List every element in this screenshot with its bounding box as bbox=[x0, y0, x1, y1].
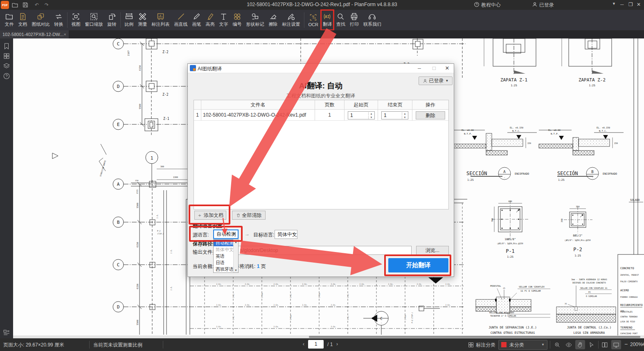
start-page-spinner[interactable]: 1 ▲ ▼ bbox=[348, 111, 375, 119]
start-translate-button[interactable]: 开始翻译 bbox=[388, 258, 448, 272]
restore-button[interactable]: ❐ bbox=[628, 2, 633, 7]
help-icon[interactable] bbox=[3, 72, 10, 80]
minimize-button[interactable]: ─ bbox=[620, 2, 624, 7]
next-page-icon[interactable]: › bbox=[336, 341, 338, 347]
toolbar-pen[interactable]: 画笔 bbox=[190, 10, 203, 30]
dialog-subheading: 工程文档和图纸的专业全文翻译 bbox=[188, 92, 454, 99]
toolbar-document[interactable]: 文档 bbox=[16, 10, 29, 30]
annotation-class-dropdown[interactable]: 未分类 ▼ bbox=[498, 340, 547, 350]
svg-text:TECNOPOR 1" Ó SIMILAR: TECNOPOR 1" Ó SIMILAR bbox=[490, 315, 516, 317]
titlebar-dropdown-icon[interactable]: ▼ bbox=[612, 2, 616, 6]
toolbar-file[interactable]: 文件 bbox=[3, 10, 16, 30]
dropdown-option-zh[interactable]: 简体中文 bbox=[214, 246, 236, 253]
svg-text:700: 700 bbox=[491, 218, 493, 222]
dropdown-scrollbar[interactable]: ▲ ▼ bbox=[233, 240, 238, 272]
svg-text:J.Co.: J.Co. bbox=[290, 314, 292, 320]
dialog-close-icon[interactable]: ✕ bbox=[444, 65, 450, 72]
toolbar-scale[interactable]: 比例 bbox=[123, 10, 136, 30]
svg-text:J.Co.: J.Co. bbox=[216, 304, 222, 306]
dropdown-option-es[interactable]: 西班牙语 bbox=[214, 266, 236, 272]
toolbar-ocr[interactable]: OCR bbox=[306, 10, 320, 30]
output-folder-input[interactable]: s/glodon/Desktop bbox=[223, 246, 412, 255]
spinner-up-icon[interactable]: ▲ bbox=[368, 112, 374, 115]
toolbar-annotation-settings[interactable]: 标注设置 bbox=[280, 10, 302, 30]
scroll-down-icon[interactable]: ▼ bbox=[234, 268, 238, 272]
svg-text:Z-1: Z-1 bbox=[163, 117, 169, 121]
toolbar-drawing-compare[interactable]: 图纸对比 bbox=[30, 10, 52, 30]
tab-bar: 102-58001-4027PXB-12-DW... × bbox=[0, 30, 644, 38]
dialog-maximize-icon[interactable]: ☐ bbox=[431, 65, 437, 72]
arrow-right-icon: → bbox=[245, 231, 250, 237]
scrollbar-thumb[interactable] bbox=[309, 336, 640, 338]
svg-text:N.T.C.: N.T.C. bbox=[599, 130, 607, 132]
toolbar-window-zoom[interactable]: 窗口缩放 bbox=[83, 10, 105, 30]
zoom-out-icon[interactable]: − bbox=[624, 341, 628, 347]
thumbnails-icon[interactable] bbox=[3, 52, 10, 60]
scroll-up-icon[interactable]: ▲ bbox=[234, 240, 238, 244]
svg-text:SELLAR CON SIKAFLEX: SELLAR CON SIKAFLEX bbox=[519, 286, 545, 288]
tutorial-center-button[interactable]: 教程中心 bbox=[474, 2, 501, 9]
svg-text:ZAPATA Z-1: ZAPATA Z-1 bbox=[500, 77, 527, 83]
source-language-dropdown[interactable]: 自动检测 简体中文 英语 日语 西班牙语 ▲ ▼ bbox=[213, 239, 239, 273]
toolbar-annotation-list[interactable]: 标注列表 bbox=[150, 10, 172, 30]
source-language-combo[interactable]: 自动检测▼ bbox=[213, 230, 239, 239]
svg-text:6150: 6150 bbox=[136, 284, 139, 289]
titlebar-login-button[interactable]: 已登录 bbox=[532, 2, 554, 9]
toolbar-translate[interactable]: AI翻译 bbox=[321, 10, 334, 30]
toolbar-highlight[interactable]: 高亮 bbox=[204, 10, 217, 30]
svg-text:150: 150 bbox=[135, 180, 138, 182]
hand-tool-icon[interactable] bbox=[575, 340, 585, 349]
dropdown-option-auto[interactable]: 自动检测 bbox=[214, 240, 236, 246]
dialog-heading: AI翻译: 自动 bbox=[188, 81, 454, 91]
toolbar-rotate[interactable]: 旋转 bbox=[106, 10, 119, 30]
browse-button[interactable]: 浏览... bbox=[416, 246, 449, 255]
spinner-down-icon[interactable]: ▼ bbox=[368, 116, 374, 119]
svg-text:-: - bbox=[381, 321, 382, 324]
toolbar-contact[interactable]: 联系我们 bbox=[361, 10, 383, 30]
dialog-title-bar[interactable]: AI图纸翻译 ─ ☐ ✕ bbox=[188, 64, 454, 73]
toolbar-convert[interactable]: 转换 bbox=[52, 10, 65, 30]
svg-text:□Ø3/8": 1@50,Rto.@150: □Ø3/8": 1@50,Rto.@150 bbox=[497, 242, 523, 245]
toolbar-erase[interactable]: 擦除 bbox=[267, 10, 280, 30]
svg-text:C: C bbox=[380, 317, 382, 321]
tab-close-icon[interactable]: × bbox=[64, 30, 66, 38]
dropdown-option-en[interactable]: 英语 bbox=[214, 253, 236, 259]
svg-text:J.E.: J.E. bbox=[170, 249, 172, 254]
toolbar-number[interactable]: 编号 bbox=[231, 10, 244, 30]
close-button[interactable]: ✕ bbox=[637, 2, 641, 7]
toolbar-draw-line[interactable]: 画直线 bbox=[172, 10, 190, 30]
view-mode-eye-icon[interactable] bbox=[564, 340, 574, 349]
tab-active-document[interactable]: 102-58001-4027PXB-12-DW... × bbox=[0, 30, 69, 38]
toolbar-text[interactable]: 文字 bbox=[217, 10, 230, 30]
spinner-up-icon[interactable]: ▲ bbox=[402, 112, 408, 115]
annotation-panel-icon[interactable] bbox=[3, 329, 10, 336]
delete-row-button[interactable]: 删除 bbox=[416, 111, 445, 119]
language-settings-label: 翻译语言设置 bbox=[193, 223, 222, 230]
toolbar-measure[interactable]: 测量 bbox=[136, 10, 149, 30]
horizontal-scrollbar[interactable] bbox=[13, 335, 644, 338]
presentation-view-icon[interactable] bbox=[611, 340, 621, 349]
dialog-minimize-icon[interactable]: ─ bbox=[416, 65, 423, 72]
add-document-button[interactable]: ＋添加文档 bbox=[194, 211, 226, 220]
select-cursor-icon[interactable] bbox=[587, 340, 597, 349]
svg-text:J.Co.: J.Co. bbox=[331, 304, 336, 306]
prev-page-icon[interactable]: ‹ bbox=[303, 341, 304, 347]
toolbar-print[interactable]: 打印 bbox=[348, 10, 361, 30]
zoom-area-icon[interactable] bbox=[552, 340, 562, 349]
end-page-spinner[interactable]: 1 ▲ ▼ bbox=[381, 111, 408, 119]
two-page-view-icon[interactable] bbox=[600, 340, 610, 349]
col-startpage: 起始页 bbox=[345, 100, 378, 110]
zoom-in-icon[interactable]: + bbox=[642, 341, 644, 347]
svg-text:ACERO: ACERO bbox=[620, 289, 629, 292]
bookmark-icon[interactable] bbox=[3, 43, 10, 50]
toolbar-search[interactable]: 查找 bbox=[334, 10, 347, 30]
target-language-combo[interactable]: 简体中文▼ bbox=[275, 230, 297, 239]
toolbar-view[interactable]: 视图 bbox=[70, 10, 83, 30]
status-bar: 页面大小: 29.67×20.99 厘米 当前页未设置测量比例 ‹ 1 / 1 … bbox=[0, 338, 644, 351]
toolbar-shape-mark[interactable]: 形状标记 bbox=[244, 10, 266, 30]
layers-icon[interactable] bbox=[3, 62, 10, 70]
spinner-down-icon[interactable]: ▼ bbox=[402, 116, 408, 119]
clear-all-button[interactable]: 全部清除 bbox=[232, 211, 266, 220]
dropdown-option-ja[interactable]: 日语 bbox=[214, 259, 236, 266]
page-number-input[interactable]: 1 bbox=[308, 340, 324, 349]
